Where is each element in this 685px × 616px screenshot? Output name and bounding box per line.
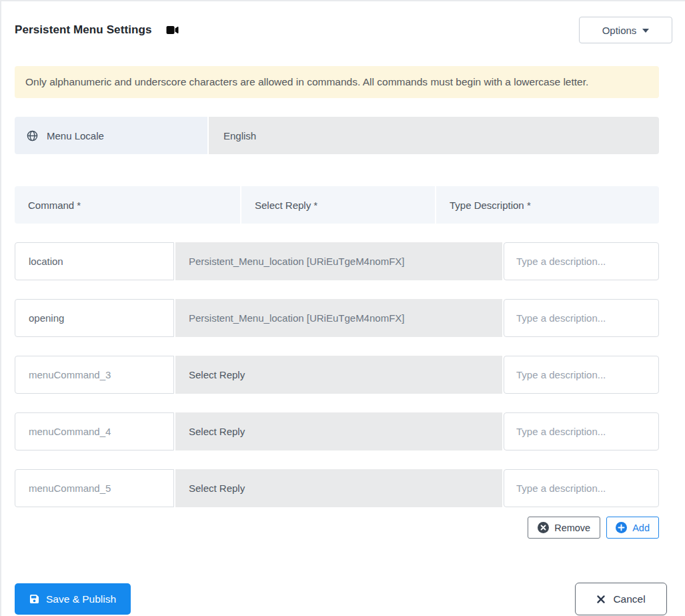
circle-plus-icon	[616, 522, 627, 533]
add-button-label: Add	[632, 523, 650, 533]
reply-select[interactable]: Persistent_Menu_location [URiEuTgeM4nomF…	[175, 242, 502, 280]
add-button[interactable]: Add	[606, 517, 659, 539]
reply-select[interactable]: Persistent_Menu_location [URiEuTgeM4nomF…	[175, 299, 502, 337]
column-header-select-reply: Select Reply *	[241, 186, 435, 224]
table-header: Command * Select Reply * Type Descriptio…	[15, 186, 659, 224]
table-row: Select Reply	[15, 412, 659, 450]
table-row: Select Reply	[15, 356, 659, 394]
reply-select[interactable]: Select Reply	[175, 469, 502, 507]
command-input[interactable]	[15, 412, 174, 450]
row-actions: Remove Add	[15, 517, 659, 539]
options-button-label: Options	[602, 25, 637, 36]
remove-button[interactable]: Remove	[528, 517, 600, 539]
command-input[interactable]	[15, 242, 174, 280]
alert-text: Only alphanumeric and underscore charact…	[25, 76, 588, 88]
title-wrap: Persistent Menu Settings	[15, 23, 180, 37]
reply-select[interactable]: Select Reply	[175, 412, 502, 450]
table-row: Select Reply	[15, 469, 659, 507]
remove-button-label: Remove	[554, 523, 590, 533]
save-publish-label: Save & Publish	[46, 593, 116, 605]
description-input[interactable]	[504, 242, 659, 280]
cancel-button-label: Cancel	[613, 593, 645, 605]
page-title: Persistent Menu Settings	[15, 23, 152, 37]
persistent-menu-settings-panel: Persistent Menu Settings Options Only al…	[0, 0, 685, 616]
save-publish-button[interactable]: Save & Publish	[15, 583, 131, 615]
command-rules-alert: Only alphanumeric and underscore charact…	[15, 66, 659, 98]
command-input[interactable]	[15, 469, 174, 507]
cancel-button[interactable]: Cancel	[575, 583, 667, 615]
description-input[interactable]	[504, 299, 659, 337]
menu-locale-label-text: Menu Locale	[47, 130, 104, 141]
column-header-command: Command *	[15, 186, 240, 224]
chevron-down-icon	[642, 29, 649, 33]
menu-locale-label: Menu Locale	[15, 117, 207, 154]
command-input[interactable]	[15, 299, 174, 337]
description-input[interactable]	[504, 412, 659, 450]
save-icon	[29, 594, 39, 604]
video-camera-icon	[165, 25, 180, 35]
column-header-type-description: Type Description *	[436, 186, 659, 224]
table-row: Persistent_Menu_location [URiEuTgeM4nomF…	[15, 299, 659, 337]
globe-icon	[27, 130, 38, 141]
top-bar: Persistent Menu Settings Options	[15, 16, 672, 44]
reply-select[interactable]: Select Reply	[175, 356, 502, 394]
command-input[interactable]	[15, 356, 174, 394]
menu-locale-group: Menu Locale English	[15, 117, 659, 154]
x-icon	[596, 595, 606, 604]
description-input[interactable]	[504, 356, 659, 394]
circle-x-icon	[538, 522, 549, 533]
description-input[interactable]	[504, 469, 659, 507]
table-row: Persistent_Menu_location [URiEuTgeM4nomF…	[15, 242, 659, 280]
menu-locale-value: English	[209, 117, 659, 154]
footer: Save & Publish Cancel	[15, 583, 672, 615]
options-button[interactable]: Options	[579, 17, 672, 43]
